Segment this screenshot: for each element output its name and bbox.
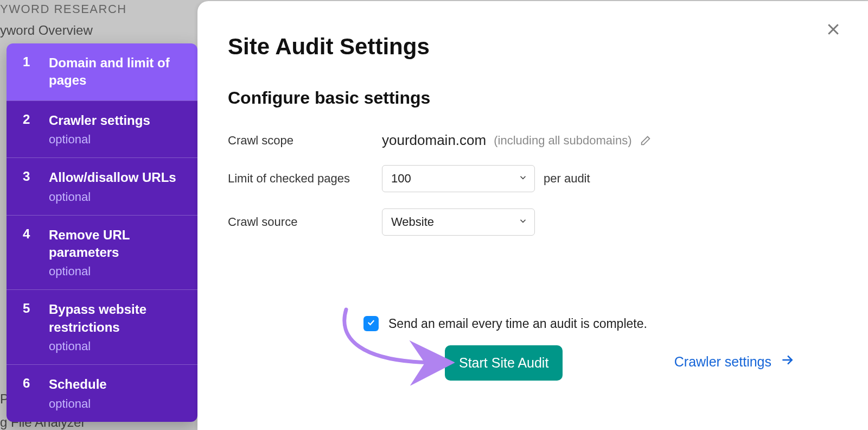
step-number: 2: [23, 112, 34, 127]
step-optional-label: optional: [49, 264, 186, 279]
close-button[interactable]: [822, 20, 844, 41]
step-number: 5: [23, 301, 34, 316]
crawl-scope-label: Crawl scope: [228, 134, 382, 148]
step-number: 4: [23, 226, 34, 242]
step-crawler-settings[interactable]: 2 Crawler settings optional: [7, 100, 197, 157]
source-select[interactable]: Website: [382, 208, 535, 236]
step-number: 3: [23, 169, 34, 184]
step-title: Domain and limit of pages: [49, 54, 186, 90]
crawl-scope-value: yourdomain.com: [382, 132, 486, 149]
step-bypass-restrictions[interactable]: 5 Bypass website restrictions optional: [7, 289, 197, 364]
close-icon: [825, 21, 841, 40]
wizard-steps: 1 Domain and limit of pages 2 Crawler se…: [7, 43, 197, 422]
limit-suffix: per audit: [544, 172, 590, 186]
start-site-audit-button[interactable]: Start Site Audit: [445, 345, 563, 381]
step-optional-label: optional: [49, 339, 186, 353]
crawl-scope-note: (including all subdomains): [494, 134, 631, 148]
modal-subtitle: Configure basic settings: [228, 88, 835, 108]
step-allow-disallow-urls[interactable]: 3 Allow/disallow URLs optional: [7, 157, 197, 214]
crawler-settings-link[interactable]: Crawler settings: [674, 353, 794, 370]
settings-modal: Site Audit Settings Configure basic sett…: [197, 1, 868, 430]
email-label: Send an email every time an audit is com…: [388, 317, 647, 331]
start-button-label: Start Site Audit: [459, 355, 548, 370]
chevron-down-icon: [518, 172, 528, 186]
edit-icon[interactable]: [640, 135, 652, 147]
crawler-link-label: Crawler settings: [674, 354, 771, 370]
step-optional-label: optional: [49, 397, 186, 411]
row-limit-pages: Limit of checked pages 100 per audit: [228, 165, 835, 192]
limit-label: Limit of checked pages: [228, 172, 382, 186]
step-number: 1: [23, 54, 34, 69]
step-domain-limit[interactable]: 1 Domain and limit of pages: [7, 43, 197, 100]
step-remove-url-parameters[interactable]: 4 Remove URL parameters optional: [7, 215, 197, 290]
checkmark-icon: [366, 318, 376, 330]
row-crawl-source: Crawl source Website: [228, 208, 835, 236]
email-notify-row: Send an email every time an audit is com…: [363, 316, 647, 331]
step-title: Schedule: [49, 376, 186, 393]
modal-title: Site Audit Settings: [228, 34, 835, 60]
row-crawl-scope: Crawl scope yourdomain.com (including al…: [228, 132, 835, 149]
step-optional-label: optional: [49, 190, 186, 204]
limit-select-value: 100: [391, 172, 411, 186]
step-title: Crawler settings: [49, 112, 186, 129]
limit-select[interactable]: 100: [382, 165, 535, 192]
arrow-right-icon: [780, 353, 794, 370]
step-optional-label: optional: [49, 132, 186, 147]
step-title: Allow/disallow URLs: [49, 169, 186, 186]
source-label: Crawl source: [228, 215, 382, 229]
chevron-down-icon: [518, 215, 528, 229]
step-title: Bypass website restrictions: [49, 301, 186, 336]
step-schedule[interactable]: 6 Schedule optional: [7, 364, 197, 421]
step-title: Remove URL parameters: [49, 226, 186, 262]
email-checkbox[interactable]: [363, 316, 379, 331]
source-select-value: Website: [391, 215, 434, 229]
step-number: 6: [23, 376, 34, 391]
